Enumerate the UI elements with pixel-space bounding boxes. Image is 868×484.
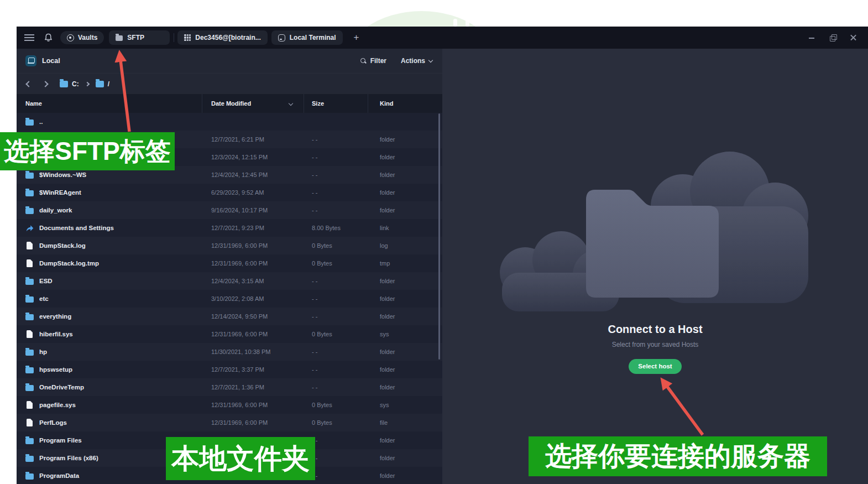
file-name: ESD: [39, 278, 53, 284]
file-kind: folder: [368, 171, 442, 178]
table-row[interactable]: DumpStack.log 12/31/1969, 6:00 PM 0 Byte…: [17, 237, 442, 254]
file-type-icon: [25, 206, 34, 215]
column-header-kind[interactable]: Kind: [368, 94, 442, 113]
vaults-button[interactable]: Vaults: [60, 31, 104, 44]
file-name: everything: [39, 313, 71, 320]
actions-label: Actions: [401, 57, 425, 65]
file-name: $WinREAgent: [39, 189, 81, 196]
chevron-down-icon: [428, 58, 433, 62]
file-date: 12/31/1969, 6:00 PM: [202, 402, 304, 408]
file-kind: folder: [368, 278, 442, 284]
file-name: ProgramData: [39, 472, 79, 479]
file-type-icon: [25, 436, 34, 445]
breadcrumb-root-label: /: [108, 80, 109, 88]
file-name: hp: [39, 348, 47, 355]
file-size: - -: [304, 171, 368, 178]
scrollbar-thumb[interactable]: [438, 113, 440, 360]
file-type-icon: [25, 259, 34, 268]
breadcrumb-drive[interactable]: C:: [60, 80, 79, 88]
new-tab-button[interactable]: +: [354, 32, 359, 43]
table-row[interactable]: daily_work 9/16/2024, 10:17 PM - - folde…: [17, 201, 442, 219]
file-kind: link: [368, 225, 442, 231]
file-size: 0 Bytes: [304, 402, 368, 408]
vault-icon: [67, 34, 74, 41]
table-row[interactable]: $WinREAgent 6/29/2023, 9:52 AM - - folde…: [17, 184, 442, 201]
file-date: 3/10/2022, 2:08 AM: [202, 295, 304, 302]
tab-sftp[interactable]: SFTP: [109, 30, 170, 45]
file-size: - -: [304, 366, 368, 373]
filter-button[interactable]: Filter: [360, 57, 386, 65]
chevron-right-icon: [85, 81, 89, 86]
select-host-button[interactable]: Select host: [629, 359, 681, 374]
terminal-window-icon: [278, 34, 285, 41]
host-panel: Connect to a Host Select from your saved…: [442, 49, 868, 484]
table-row[interactable]: etc 3/10/2022, 2:08 AM - - folder: [17, 290, 442, 308]
file-name: DumpStack.log.tmp: [39, 260, 99, 267]
minimize-icon[interactable]: [808, 34, 815, 41]
file-kind: log: [368, 242, 442, 249]
file-type-icon: [25, 224, 34, 232]
laptop-icon: [25, 55, 36, 66]
file-size: 0 Bytes: [304, 419, 368, 426]
file-date: 12/3/2024, 12:15 PM: [202, 154, 304, 160]
file-size: - -: [304, 384, 368, 391]
local-panel-header: Local Filter Actions: [17, 49, 442, 73]
file-type-icon: [25, 383, 34, 392]
file-type-icon: [25, 295, 34, 303]
table-row[interactable]: ..: [17, 113, 442, 131]
file-date: 12/4/2024, 3:15 AM: [202, 278, 304, 284]
file-type-icon: [25, 330, 34, 339]
tab-local-terminal[interactable]: Local Terminal: [271, 30, 343, 45]
file-size: - -: [304, 278, 368, 284]
tab-host-session[interactable]: Dec3456@[biotrain...: [177, 30, 267, 45]
file-type-icon: [25, 242, 34, 250]
local-file-panel: Local Filter Actions C:: [17, 49, 442, 484]
file-name: pagefile.sys: [39, 402, 76, 408]
connect-host-title: Connect to a Host: [442, 323, 868, 336]
file-type-icon: [25, 277, 34, 285]
column-header-date-modified[interactable]: Date Modified: [202, 94, 304, 113]
bell-icon[interactable]: [44, 33, 53, 42]
forward-icon[interactable]: [42, 81, 48, 87]
file-kind: folder: [368, 136, 442, 143]
file-kind: folder: [368, 348, 442, 355]
file-type-icon: [25, 401, 34, 409]
table-row[interactable]: ESD 12/4/2024, 3:15 AM - - folder: [17, 272, 442, 290]
close-icon[interactable]: [850, 34, 857, 41]
column-header-size[interactable]: Size: [304, 94, 368, 113]
maximize-icon[interactable]: [829, 34, 836, 41]
table-row[interactable]: pagefile.sys 12/31/1969, 6:00 PM 0 Bytes…: [17, 396, 442, 414]
file-type-icon: [25, 118, 34, 126]
table-row[interactable]: Documents and Settings 12/7/2021, 9:23 P…: [17, 219, 442, 237]
table-row[interactable]: OneDriveTemp 12/7/2021, 1:36 PM - - fold…: [17, 378, 442, 396]
file-name: daily_work: [39, 207, 72, 214]
file-name: ..: [39, 118, 43, 125]
file-size: 0 Bytes: [304, 260, 368, 267]
table-row[interactable]: everything 12/14/2024, 9:50 PM - - folde…: [17, 308, 442, 325]
vaults-label: Vaults: [78, 34, 97, 41]
table-row[interactable]: hiberfil.sys 12/31/1969, 6:00 PM 0 Bytes…: [17, 325, 442, 343]
menu-icon[interactable]: [24, 34, 34, 41]
column-header-label: Date Modified: [211, 100, 251, 107]
actions-button[interactable]: Actions: [401, 57, 432, 65]
file-size: - -: [304, 313, 368, 320]
back-icon[interactable]: [25, 81, 32, 87]
table-row[interactable]: hp 11/30/2021, 10:38 PM - - folder: [17, 343, 442, 361]
breadcrumb-root[interactable]: /: [96, 80, 109, 88]
filter-label: Filter: [370, 57, 386, 65]
panel-title: Local: [42, 57, 60, 65]
table-row[interactable]: PerfLogs 12/31/1969, 6:00 PM 0 Bytes fil…: [17, 414, 442, 431]
file-date: 6/29/2023, 9:52 AM: [202, 189, 304, 196]
file-kind: tmp: [368, 260, 442, 267]
file-name: OneDriveTemp: [39, 384, 84, 391]
tab-label: SFTP: [127, 34, 144, 41]
file-type-icon: [25, 171, 34, 179]
table-row[interactable]: hpswsetup 12/7/2021, 3:37 PM - - folder: [17, 361, 442, 378]
file-size: 0 Bytes: [304, 331, 368, 337]
file-kind: folder: [368, 189, 442, 196]
blob-detail: [453, 19, 457, 27]
column-header-name[interactable]: Name: [17, 94, 202, 113]
annotation-select-sftp-tab: 选择SFTP标签: [0, 132, 175, 170]
table-row[interactable]: DumpStack.log.tmp 12/31/1969, 6:00 PM 0 …: [17, 254, 442, 272]
annotation-select-server: 选择你要连接的服务器: [529, 436, 827, 476]
